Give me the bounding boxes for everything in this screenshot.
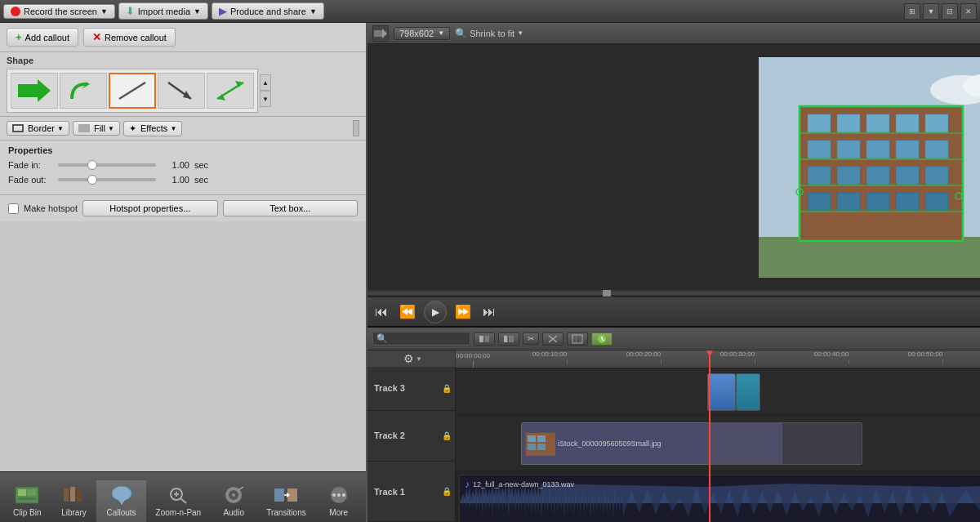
shape-arrow-diagonal[interactable] bbox=[158, 73, 205, 109]
fade-in-slider[interactable] bbox=[58, 163, 156, 167]
shape-scroll-down[interactable]: ▼ bbox=[260, 91, 271, 107]
record-button[interactable]: Record the screen ▼ bbox=[3, 4, 115, 19]
track3-clip-2[interactable] bbox=[736, 373, 760, 411]
shape-arrow-right[interactable] bbox=[11, 73, 58, 109]
corner-btn-1[interactable]: ⊞ bbox=[904, 3, 920, 20]
shape-label: Shape bbox=[7, 56, 359, 65]
fade-in-thumb[interactable] bbox=[87, 160, 97, 170]
audio-icon bbox=[220, 484, 247, 506]
fast-forward-button[interactable]: ⏩ bbox=[453, 302, 473, 322]
import-button[interactable]: ⬇ Import media ▼ bbox=[118, 2, 208, 20]
svg-rect-11 bbox=[64, 489, 69, 502]
play-button[interactable]: ▶ bbox=[424, 301, 447, 323]
hotspot-section: Make hotspot Hotspot properties... Text … bbox=[0, 195, 366, 221]
music-icon: ♪ bbox=[465, 479, 470, 490]
timeline-search[interactable]: 🔍 bbox=[372, 332, 470, 346]
svg-rect-86 bbox=[528, 444, 536, 450]
more-icon bbox=[326, 484, 352, 506]
svg-point-31 bbox=[342, 493, 345, 497]
border-arrow: ▼ bbox=[57, 125, 64, 132]
panel-resize-handle[interactable] bbox=[353, 120, 359, 136]
svg-point-22 bbox=[232, 493, 235, 497]
lock-icon-3[interactable]: 🔒 bbox=[442, 384, 452, 393]
shape-arrow-curved[interactable] bbox=[60, 73, 107, 109]
tab-callouts[interactable]: Callouts bbox=[96, 480, 145, 522]
import-label: Import media bbox=[138, 7, 190, 16]
track2-overlay[interactable] bbox=[707, 422, 862, 465]
skip-start-button[interactable]: ⏮ bbox=[372, 302, 391, 322]
make-hotspot-checkbox[interactable] bbox=[8, 203, 19, 214]
x-icon: ✕ bbox=[92, 31, 101, 43]
add-callout-button[interactable]: + Add callout bbox=[7, 28, 78, 47]
svg-rect-53 bbox=[925, 141, 948, 158]
clip-thumbnail bbox=[525, 432, 555, 455]
lock-icon-1[interactable]: 🔒 bbox=[442, 487, 452, 496]
text-box-button[interactable]: Text box... bbox=[223, 200, 358, 216]
tick-50: 00:00:50;00 bbox=[925, 350, 960, 368]
track3-clip-1[interactable] bbox=[707, 373, 736, 411]
timeline-tool-5[interactable] bbox=[567, 332, 588, 346]
video-toolbar: 798x602 ▼ 🔍 Shrink to fit ▼ ⊞ ▼ ⊟ ✕ bbox=[368, 23, 980, 44]
effects-button[interactable]: ✦ Effects ▼ bbox=[123, 121, 182, 136]
svg-rect-8 bbox=[18, 489, 26, 496]
svg-rect-60 bbox=[837, 193, 860, 211]
shrink-button[interactable]: 🔍 Shrink to fit ▼ bbox=[455, 28, 523, 39]
seek-bar[interactable] bbox=[368, 290, 980, 297]
corner-btn-3[interactable]: ⊟ bbox=[942, 3, 958, 20]
audio-clip[interactable]: ♪ 12_full_a-new-dawn_0133.wav bbox=[459, 475, 980, 522]
svg-rect-61 bbox=[866, 193, 889, 211]
lock-icon-2[interactable]: 🔒 bbox=[442, 431, 452, 440]
timeline-tool-4[interactable] bbox=[542, 332, 564, 346]
track-1-name: Track 1 bbox=[374, 487, 405, 497]
timeline-search-input[interactable] bbox=[390, 334, 463, 343]
tab-clip-bin[interactable]: Clip Bin bbox=[3, 480, 51, 522]
svg-rect-87 bbox=[537, 444, 546, 450]
timeline-tool-6[interactable] bbox=[591, 332, 612, 346]
tab-more[interactable]: More bbox=[316, 480, 362, 522]
border-button[interactable]: Border ▼ bbox=[7, 121, 69, 136]
shape-arrow-both[interactable] bbox=[207, 73, 254, 109]
track-2-label: Track 2 🔒 bbox=[368, 411, 455, 462]
svg-line-1 bbox=[119, 83, 145, 99]
svg-rect-75 bbox=[509, 336, 514, 342]
gear-button[interactable]: ⚙ ▼ bbox=[368, 350, 456, 367]
shape-scrollbar: ▲ ▼ bbox=[260, 74, 271, 107]
video-icon[interactable] bbox=[372, 25, 389, 42]
video-size-label: 798x602 bbox=[399, 29, 434, 38]
svg-rect-10 bbox=[18, 497, 36, 500]
tab-library[interactable]: Library bbox=[51, 480, 96, 522]
make-hotspot-label: Make hotspot bbox=[24, 203, 78, 213]
tracks-area[interactable]: 00:00:00;00 00:00:10;00 00:00:20;00 bbox=[456, 350, 980, 522]
video-size-button[interactable]: 798x602 ▼ bbox=[394, 27, 450, 40]
bottom-tabs: Clip Bin Library bbox=[0, 471, 366, 522]
fade-out-thumb[interactable] bbox=[87, 175, 97, 185]
fade-in-unit: sec bbox=[194, 160, 208, 170]
fade-in-row: Fade in: 1.00 sec bbox=[8, 160, 358, 170]
search-icon: 🔍 bbox=[376, 333, 388, 344]
timeline-tool-1[interactable] bbox=[474, 332, 495, 346]
timeline-tool-3[interactable]: ✂ bbox=[523, 332, 539, 345]
track-1-row: ♪ 12_full_a-new-dawn_0133.wav bbox=[456, 471, 980, 522]
skip-end-button[interactable]: ⏭ bbox=[479, 302, 499, 322]
shape-scroll-up[interactable]: ▲ bbox=[260, 74, 271, 91]
hotspot-properties-button[interactable]: Hotspot properties... bbox=[82, 200, 217, 216]
fade-out-slider[interactable] bbox=[58, 178, 156, 181]
tab-zoom-pan[interactable]: Zoom-n-Pan bbox=[146, 480, 212, 522]
tab-audio[interactable]: Audio bbox=[211, 480, 256, 522]
produce-button[interactable]: ▶ Produce and share ▼ bbox=[212, 2, 324, 20]
fill-button[interactable]: Fill ▼ bbox=[73, 121, 120, 136]
remove-callout-button[interactable]: ✕ Remove callout bbox=[83, 28, 176, 47]
top-bar: Record the screen ▼ ⬇ Import media ▼ ▶ P… bbox=[0, 0, 980, 23]
rewind-button[interactable]: ⏪ bbox=[398, 302, 417, 322]
corner-btn-2[interactable]: ▼ bbox=[923, 3, 939, 20]
corner-btn-4[interactable]: ✕ bbox=[960, 3, 977, 20]
left-spacer bbox=[0, 221, 366, 471]
shape-line-diagonal[interactable] bbox=[109, 73, 156, 109]
size-dropdown-arrow: ▼ bbox=[438, 29, 444, 37]
svg-rect-38 bbox=[759, 237, 980, 278]
callouts-icon bbox=[109, 484, 135, 506]
timeline-tool-2[interactable] bbox=[498, 332, 519, 346]
seek-thumb[interactable] bbox=[603, 290, 611, 297]
svg-rect-79 bbox=[576, 335, 577, 343]
tab-transitions[interactable]: Transitions bbox=[256, 480, 316, 522]
